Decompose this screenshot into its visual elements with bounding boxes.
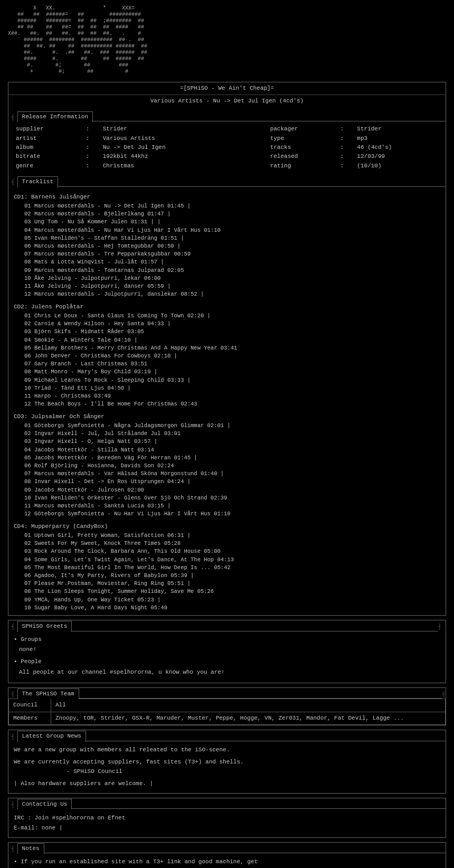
- track-line: 02 Marcus møsterdahls - Bjellerlkang 01:…: [14, 210, 440, 218]
- release-info-content: supplier : Strider packager : Strider ar…: [8, 121, 446, 174]
- contact-content: IRC : Join #spelhororna on Efnet E-mail:…: [8, 809, 446, 837]
- notes-box: ┤ Notes • If you run an established site…: [8, 842, 446, 868]
- track-line: 11 Åke Jelving - Julpotpurri, danser 05:…: [14, 282, 440, 290]
- news-box: ┤ Latest Group News We are a new group w…: [8, 730, 446, 794]
- cd1-header: CD1: Barnens Julsånger: [14, 193, 440, 201]
- track-line: 11 Harpo - Christmas 03:49: [14, 392, 440, 400]
- council-label: Council: [9, 699, 51, 712]
- notes-header: ┤ Notes: [8, 843, 446, 853]
- table-row: genre : Christmas rating : (10/10): [14, 162, 440, 171]
- track-line: 06 John Denver - Christmas For Cowboys 0…: [14, 352, 440, 360]
- greets-groups-value: none!: [14, 646, 440, 654]
- team-table: Council All Members Znoopy, tOR, Strider…: [8, 699, 446, 725]
- track-line: 04 Some Girls, Let's Twist Again, Let's …: [14, 556, 440, 564]
- track-line: 02 Carnie & Wendy Hilson - Hey Santa 04:…: [14, 320, 440, 328]
- contact-tab: Contacting Us: [17, 799, 72, 809]
- news-council-sig: - SPHiSO Council: [14, 767, 440, 777]
- table-row: bitrate : 192kbit 44khz released : 12/03…: [14, 152, 440, 161]
- table-row: supplier : Strider packager : Strider: [14, 125, 440, 134]
- track-line: 10 Åke Jelving - Julpotpurri, lekar 06:0…: [14, 275, 440, 282]
- table-row: Council All: [9, 699, 446, 712]
- greets-tab: SPHiSO Greets: [17, 621, 72, 631]
- track-line: 02 Sweets For My Sweet, Knock Three Time…: [14, 540, 440, 548]
- track-line: 08 Mats & Lotta Winqvist - Jul-låt 01:57…: [14, 258, 440, 266]
- release-table: supplier : Strider packager : Strider ar…: [14, 125, 440, 171]
- track-line: 09 Michael Learns To Rock - Sleeping Chi…: [14, 376, 440, 384]
- nfo-title: =[SPHiSO - We Ain't Cheap]=: [8, 82, 446, 95]
- track-line: 01 Göteborgs Symfonietta - Några Juldags…: [14, 422, 440, 430]
- track-line: 11 Marcus møsterdahls - Sankta Lucia 03:…: [14, 502, 440, 510]
- greets-content: • Groups none! • People All people at ou…: [8, 631, 446, 683]
- track-line: 10 Triad - Tänd Ett Ljus 04:50 |: [14, 384, 440, 392]
- track-line: 08 Matt Monro - Mary's Boy Child 03:19 |: [14, 368, 440, 376]
- track-line: 05 The Most Beautiful Girl In The World,…: [14, 564, 440, 572]
- notes-tab: Notes: [17, 843, 44, 854]
- tracklist-tab: Tracklist: [17, 176, 58, 187]
- greets-groups-label: • Groups: [14, 636, 440, 644]
- track-line: 09 Marcus møsterdahls - Tomtarnas Julpar…: [14, 267, 440, 275]
- release-info-tab: Release Information: [17, 111, 93, 122]
- council-value: All: [51, 699, 446, 712]
- news-header: ┤ Latest Group News: [8, 730, 446, 741]
- tracklist-header: ┤ Tracklist: [8, 176, 446, 186]
- members-value: Znoopy, tOR, Strider, GSX-R, Maruder, Mu…: [51, 712, 446, 724]
- greets-box: ┤ SPHiSO Greets ┤ • Groups none! • Peopl…: [8, 620, 446, 683]
- track-line: 12 The Beach Boys - I'll Be Home For Chr…: [14, 400, 440, 408]
- cd2-header: CD2: Julens Poplåtar: [14, 303, 440, 311]
- tracklist-content: CD1: Barnens Julsånger 01 Marcus møsterd…: [8, 187, 446, 616]
- contact-box: ┤ Contacting Us IRC : Join #spelhororna …: [8, 798, 446, 838]
- track-line: 07 Gary Branch - Last Christmas 03:51: [14, 360, 440, 368]
- news-hardware-line: | Also hardware suppliers are welcome. |: [14, 779, 440, 789]
- track-line: 08 The Lion Sleeps Tonight, Summer Holid…: [14, 588, 440, 596]
- track-line: 01 Uptown Girl, Pretty Woman, Satisfacti…: [14, 532, 440, 540]
- news-tab: Latest Group News: [17, 731, 86, 741]
- notes-item: • If you run an established site with a …: [14, 857, 440, 868]
- track-line: 06 Agadoo, It's My Party, Rivers of Baby…: [14, 572, 440, 580]
- table-row: artist : Various Artists type : mp3: [14, 134, 440, 143]
- track-line: 04 Smokie - A Winters Tale 04:10 |: [14, 336, 440, 344]
- track-line: 04 Marcus møsterdahls - Nu Har Vi Ljus H…: [14, 227, 440, 234]
- track-line: 07 Marcus møsterdahls - Var Hälsad Sköna…: [14, 470, 440, 478]
- track-line: 03 Björn Skifs - Midnatt Råder 03:05: [14, 328, 440, 336]
- track-line: 04 Jacobs Motettkör - Stilla Natt 03:14: [14, 446, 440, 454]
- track-line: 12 Göteborgs Symfonietta - Nu Har Vi Lju…: [14, 510, 440, 518]
- track-line: 03 Rock Around The Clock, Barbara Ann, T…: [14, 548, 440, 555]
- contact-header: ┤ Contacting Us: [8, 798, 446, 809]
- team-box: ┤ The SPHiSO Team ┤ Council All Members …: [8, 687, 446, 725]
- table-row: album : Nu -> Det Jul Igen tracks : 46 (…: [14, 143, 440, 152]
- news-content: We are a new group with members all rele…: [8, 741, 446, 793]
- track-line: 09 Jacobs Motettkör - Julrosen 02:00: [14, 486, 440, 494]
- track-line: 05 Ivan Renliden's - Staffan Stalledräng…: [14, 234, 440, 242]
- team-header: ┤ The SPHiSO Team ┤: [8, 688, 446, 699]
- track-line: 05 Bellamy Brothers - Merry Christmas An…: [14, 344, 440, 352]
- team-tab: The SPHiSO Team: [17, 688, 79, 699]
- track-line: 10 Ivan Renliden's Orkester - Glens över…: [14, 494, 440, 502]
- nfo-main-box: =[SPHiSO - We Ain't Cheap]= Various Arti…: [8, 82, 446, 616]
- track-line: 07 Please Mr.Postman, Moviestar, Ring Ri…: [14, 580, 440, 588]
- greets-header: ┤ SPHiSO Greets ┤: [8, 620, 446, 631]
- release-info-header: ┤ Release Information: [8, 111, 446, 121]
- track-line: 06 Marcus møsterdahls - Hej Tomtegubbar …: [14, 242, 440, 250]
- track-line: 03 Ung Tom - Nu Så Kommer Julen 01:31 | …: [14, 218, 440, 226]
- cd4-header: CD4: Mupperparty (CandyBox): [14, 523, 440, 531]
- ascii-art-header: X XX. * XXX= ## ## ######= ## ##########…: [0, 0, 454, 78]
- contact-irc: IRC : Join #spelhororna on Efnet: [14, 813, 440, 823]
- contact-email: E-mail: none |: [14, 823, 440, 833]
- track-line: 12 Marcus møsterdahls - Julpotpurri, dan…: [14, 290, 440, 298]
- track-line: 07 Marcus møsterdahls - Tre Pepparkaksgu…: [14, 250, 440, 258]
- track-line: 06 Rolf Björling - Hosianna, Davids Son …: [14, 462, 440, 470]
- track-line: 10 Sugar Baby Love, A Hard Days Night 05…: [14, 604, 440, 612]
- news-line: We are currently accepting suppliers, fa…: [14, 758, 440, 767]
- greets-people-label: • People: [14, 658, 440, 666]
- nfo-subtitle: Various Artists - Nu -> Det Jul Igen (4c…: [8, 95, 446, 107]
- notes-content: • If you run an established site with a …: [8, 853, 446, 868]
- news-line: We are a new group with members all rele…: [14, 746, 440, 755]
- table-row: Members Znoopy, tOR, Strider, GSX-R, Mar…: [9, 712, 446, 724]
- track-line: 01 Chris Le Doux - Santa Claus Is Coming…: [14, 312, 440, 320]
- track-line: 05 Jacobs Motettkör - Bereden Väg För He…: [14, 454, 440, 462]
- members-label: Members: [9, 712, 51, 724]
- track-line: 08 Invar Hixell - Det -> En Ros Utsprung…: [14, 478, 440, 486]
- greets-people-value: All people at our channel #spelhororna, …: [14, 668, 440, 676]
- track-line: 03 Ingvar Hixell - O, Helga Natt 03:57 |: [14, 438, 440, 446]
- track-line: 02 Ingvar Hixell - Jul, Jul Strålande Ju…: [14, 430, 440, 438]
